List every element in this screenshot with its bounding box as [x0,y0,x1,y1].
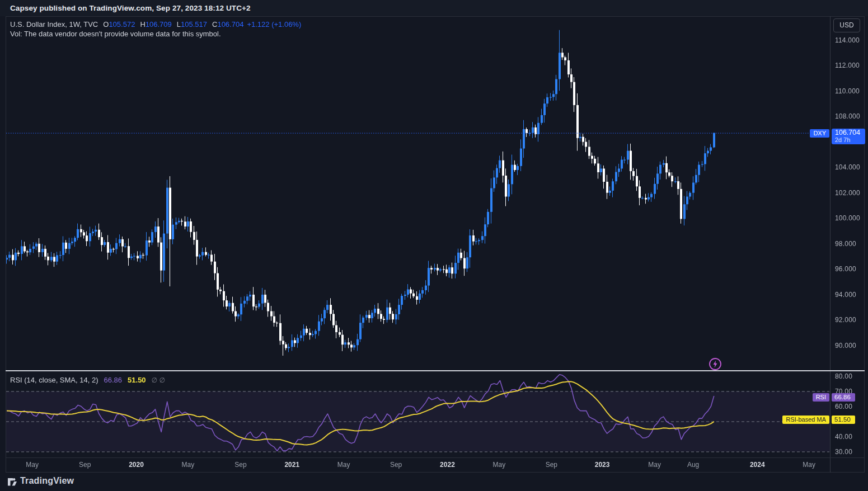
bar-countdown: 2d 7h [835,136,865,144]
time-axis-label: May [182,461,195,469]
tradingview-wordmark[interactable]: TradingView [20,476,74,486]
price-tick-label: 90.000 [835,342,856,350]
ohlc-item: C106.704 [212,20,243,29]
ticker-price-tag: DXY [810,129,829,138]
rsi-tick-label: 60.00 [835,403,852,410]
time-axis-label: Sep [546,461,557,469]
time-axis-label: Sep [390,461,402,469]
price-tick-label: 108.000 [835,112,860,120]
price-tick-label: 102.000 [835,189,860,197]
price-tick-label: 104.000 [835,163,860,171]
time-axis-label: 2023 [595,461,610,469]
tradingview-snapshot: Capsey published on TradingView.com, Sep… [0,0,868,491]
flash-idea-icon[interactable] [709,357,722,371]
rsi-value-label: 66.86 [832,393,855,402]
pane-separator[interactable] [6,370,865,371]
price-tick-label: 112.000 [835,62,860,69]
chart-frame [6,16,865,473]
volume-note: Vol: The data vendor doesn't provide vol… [10,30,221,38]
tradingview-logo-icon[interactable] [7,476,18,488]
time-axis-label: May [337,461,350,469]
price-tick-label: 110.000 [835,87,860,95]
time-axis-label: Sep [79,461,91,469]
symbol-legend: U.S. Dollar Index, 1W, TVCO105.572H106.7… [10,20,301,29]
empty-set-icons: ∅ ∅ [152,376,165,384]
price-tick-label: 98.000 [835,240,856,248]
ohlc-item: O105.572 [103,20,135,29]
attribution-bar: Capsey published on TradingView.com, Sep… [0,0,868,16]
time-axis-label: May [26,461,39,469]
price-tick-label: 100.000 [835,214,860,222]
rsi-ma-tag: RSI-based MA [782,416,829,424]
footer: TradingView [0,473,868,491]
rsi-legend: RSI (14, close, SMA, 14, 2)66.8651.50∅ ∅ [10,376,165,384]
time-axis-label: May [803,461,815,469]
time-axis-label: Aug [687,461,699,469]
price-axis-divider [830,16,831,473]
time-axis-label: 2021 [284,461,299,469]
ohlc-item: L105.517 [177,20,207,29]
ohlc-values: O105.572H106.709L105.517C106.704 [98,20,243,29]
time-axis-border [6,457,865,458]
time-axis-label: May [648,461,661,469]
rsi-ma-legend-value: 51.50 [128,376,146,384]
price-tick-label: 114.000 [835,36,860,44]
last-price-value: 106.704 [835,129,865,136]
price-tick-label: 92.000 [835,316,856,324]
rsi-tick-label: 40.00 [835,433,852,441]
rsi-ma-value-label: 51.50 [832,416,855,424]
rsi-legend-value: 66.86 [104,376,123,384]
ohlc-item: H106.709 [140,20,171,29]
rsi-tick-label: 30.00 [835,448,852,456]
time-axis-label: Sep [234,461,246,469]
rsi-legend-title: RSI (14, close, SMA, 14, 2) [10,376,98,384]
rsi-tick-label: 80.00 [835,372,852,380]
price-tick-label: 94.000 [835,291,856,299]
price-tick-label: 96.000 [835,265,856,273]
attribution-text: Capsey published on TradingView.com, Sep… [10,4,251,12]
time-axis-label: May [493,461,506,469]
last-price-label: 106.704 2d 7h [832,129,865,144]
time-axis-label: 2024 [750,461,765,469]
time-axis-label: 2022 [440,461,455,469]
change-value: +1.122 (+1.06%) [247,20,301,29]
symbol-title: U.S. Dollar Index, 1W, TVC [10,20,98,29]
time-axis-label: 2020 [129,461,144,469]
rsi-tag: RSI [813,393,829,402]
currency-toggle-button[interactable]: USD [833,18,860,32]
